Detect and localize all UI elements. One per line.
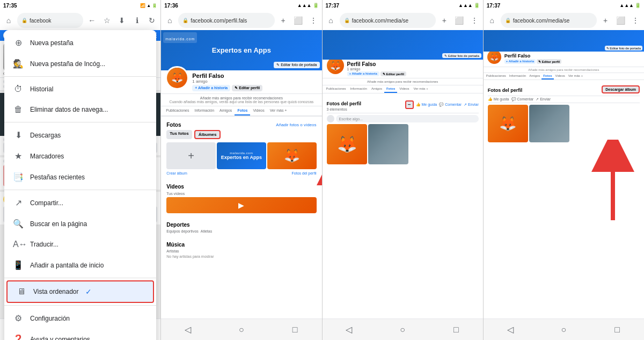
comment-btn-3[interactable]: 💬 Comentar: [439, 103, 462, 107]
albums-tab[interactable]: Álbumes: [194, 130, 221, 139]
new-tab-btn-2[interactable]: +: [277, 14, 290, 27]
star-btn-1[interactable]: ☆: [100, 14, 113, 27]
more-btn-3[interactable]: ⋮: [468, 14, 481, 27]
menu-item-share[interactable]: ↗ Compartir...: [4, 192, 156, 213]
address-bar-3[interactable]: 🔒 facebook.com/media/se: [340, 13, 436, 28]
menu-item-downloads[interactable]: ⬇ Descargas: [4, 125, 156, 146]
tab-inf-4[interactable]: Información: [508, 73, 528, 79]
back-btn-1[interactable]: ←: [85, 14, 98, 27]
tab-ami-4[interactable]: Amigos: [528, 73, 541, 79]
tab-publicaciones-2[interactable]: Publicaciones: [163, 106, 192, 115]
equipos-tab[interactable]: Equipos deportivos: [166, 229, 199, 233]
menu-item-clear-data[interactable]: 🗑 Eliminar datos de navega...: [4, 99, 156, 120]
tab-informacion-2[interactable]: Información: [192, 106, 217, 115]
add-story-btn-3[interactable]: + Añadir a historia: [347, 71, 379, 76]
tab-vid-3[interactable]: Videos: [397, 85, 411, 93]
descargar-album-btn[interactable]: Descargar álbum: [602, 85, 640, 93]
new-tab-btn-4[interactable]: +: [599, 14, 612, 27]
create-album-link[interactable]: Crear álbum: [166, 171, 187, 175]
photo-scene-large[interactable]: [368, 124, 408, 164]
tab-mas-3[interactable]: Ver más +: [412, 85, 430, 93]
atletas-tab[interactable]: Atletas: [201, 229, 212, 233]
tab-pub-3[interactable]: Publicaciones: [324, 85, 348, 93]
menu-divider-4: [4, 278, 156, 278]
add-photos-btn[interactable]: Añadir fotos o vídeos: [276, 122, 316, 127]
menu-item-new-tab[interactable]: ⊕ Nueva pestaña: [4, 32, 156, 53]
back-nav-btn-3[interactable]: ◁: [341, 322, 357, 338]
add-story-btn-4[interactable]: + Añadir a historia: [504, 59, 536, 64]
photo-fox-4[interactable]: 🦊: [488, 105, 528, 142]
add-photo-btn[interactable]: +: [166, 142, 216, 169]
tab-fotos-3[interactable]: Fotos: [384, 85, 397, 93]
tab-fotos-2[interactable]: Fotos: [235, 106, 250, 115]
circle-nav-btn-3[interactable]: ○: [394, 322, 411, 338]
menu-item-help[interactable]: ❓ Ayuda y comentarios: [4, 329, 156, 340]
home-btn-2[interactable]: ⌂: [163, 14, 176, 27]
back-nav-btn-2[interactable]: ◁: [180, 322, 196, 338]
photo-thumb-malavida[interactable]: malavida.com Expertos en Apps: [217, 142, 266, 169]
fotos-perfil-link[interactable]: Fotos del perfil: [292, 171, 317, 175]
more-btn-4[interactable]: ⋮: [629, 14, 642, 27]
like-btn-4[interactable]: 👍 Me gusta: [488, 97, 509, 102]
menu-item-recent-tabs[interactable]: 📑 Pestañas recientes: [4, 167, 156, 187]
menu-item-add-home[interactable]: 📱 Añadir a pantalla de inicio: [4, 255, 156, 276]
tab-mas-2[interactable]: Ver más +: [267, 106, 290, 115]
comment-btn-4[interactable]: 💬 Comentar: [511, 97, 534, 102]
circle-nav-btn-2[interactable]: ○: [233, 322, 250, 338]
photo-fox-large[interactable]: 🦊: [327, 124, 367, 164]
tab-pub-4[interactable]: Publicaciones: [485, 73, 508, 79]
menu-item-bookmarks[interactable]: ★ Marcadores: [4, 146, 156, 167]
comment-input-3[interactable]: Escribe algo...: [336, 115, 479, 122]
edit-cover-btn-3[interactable]: ✎ Editar foto de portada: [442, 53, 481, 58]
back-nav-btn-4[interactable]: ◁: [502, 322, 518, 338]
tab-videos-2[interactable]: Videos: [250, 106, 267, 115]
share-btn-4[interactable]: ↗ Enviar: [536, 97, 551, 102]
circle-nav-btn-4[interactable]: ○: [555, 322, 572, 338]
address-text-2: facebook.com/perfil.fals: [191, 18, 270, 24]
video-thumb-2[interactable]: ▶: [166, 197, 316, 213]
like-btn-3[interactable]: 👍 Me gusta: [416, 103, 437, 107]
photo-scene-4[interactable]: [529, 105, 569, 142]
menu-item-settings[interactable]: ⚙ Configuración: [4, 308, 156, 329]
edit-profile-btn-3[interactable]: ✎ Editar perfil: [380, 71, 406, 76]
menu-item-incognito[interactable]: 🕵 Nueva pestaña de Incóg...: [4, 53, 156, 74]
square-nav-btn-4[interactable]: □: [609, 322, 625, 338]
photo-thumb-fox[interactable]: 🦊: [267, 142, 317, 169]
more-btn-2[interactable]: ⋮: [307, 14, 320, 27]
square-nav-btn-3[interactable]: □: [448, 322, 464, 338]
home-btn-1[interactable]: ⌂: [2, 14, 15, 27]
tab-ami-3[interactable]: Amigos: [369, 85, 384, 93]
edit-profile-btn[interactable]: ✎ Editar perfil: [232, 85, 262, 91]
tab-mas-4[interactable]: Ver más +: [567, 73, 584, 79]
menu-item-desktop[interactable]: 🖥 Vista ordenador ✓: [6, 280, 154, 303]
tab-amigos-2[interactable]: Amigos: [217, 106, 235, 115]
square-nav-btn-2[interactable]: □: [287, 322, 303, 338]
edit-cover-btn-4[interactable]: ✎ Editar foto de portada: [605, 46, 642, 50]
incognito-icon: 🕵: [13, 59, 24, 69]
address-bar-4[interactable]: 🔒 facebook.com/media/se: [501, 13, 597, 28]
share-btn-3[interactable]: ↗ Enviar: [464, 103, 479, 107]
tab-fotos-4[interactable]: Fotos: [541, 73, 553, 79]
tus-fotos-tab[interactable]: Tus fotos: [166, 130, 192, 139]
add-story-btn[interactable]: + Añadir a historia: [192, 85, 230, 91]
home-btn-4[interactable]: ⌂: [486, 14, 499, 27]
menu-item-translate[interactable]: A↔ Traducir...: [4, 234, 156, 255]
home-btn-3[interactable]: ⌂: [325, 14, 338, 27]
tab-vid-4[interactable]: Videos: [554, 73, 567, 79]
info-btn-1[interactable]: ℹ: [130, 14, 143, 27]
tabs-btn-3[interactable]: ⬜: [453, 14, 466, 27]
download-btn-1[interactable]: ⬇: [115, 14, 128, 27]
address-bar-2[interactable]: 🔒 facebook.com/perfil.fals: [178, 13, 274, 28]
menu-item-find[interactable]: 🔍 Buscar en la página: [4, 213, 156, 234]
edit-profile-btn-4[interactable]: ✎ Editar perfil: [537, 59, 561, 64]
tabs-btn-2[interactable]: ⬜: [292, 14, 305, 27]
refresh-btn-1[interactable]: ↻: [145, 14, 158, 27]
new-tab-btn-3[interactable]: +: [438, 14, 451, 27]
menu-item-history[interactable]: ⏱ Historial: [4, 79, 156, 99]
tab-inf-3[interactable]: Información: [348, 85, 369, 93]
tabs-btn-4[interactable]: ⬜: [614, 14, 627, 27]
musica-sub: Artistas: [166, 249, 316, 253]
minus-btn-3[interactable]: –: [405, 100, 414, 109]
edit-cover-btn-2[interactable]: ✎ Editar foto de portada: [274, 62, 319, 68]
address-bar-1[interactable]: 🔒 facebook: [17, 13, 83, 28]
